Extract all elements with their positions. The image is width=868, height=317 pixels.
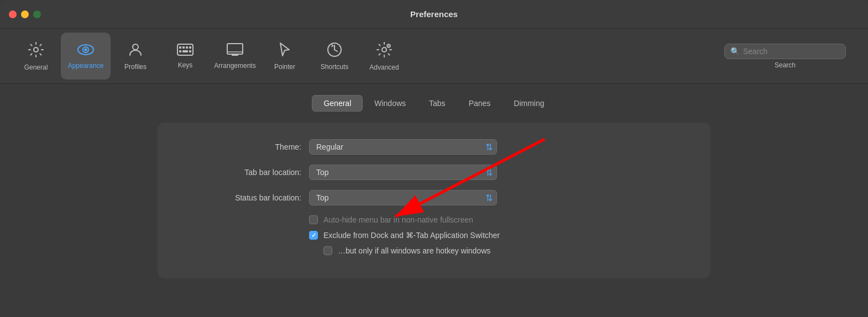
svg-point-3 [85, 48, 87, 51]
hotkey-windows-label: …but only if all windows are hotkey wind… [338, 246, 490, 255]
maximize-button[interactable] [33, 10, 41, 18]
svg-rect-12 [189, 50, 191, 52]
exclude-from-dock-row: Exclude from Dock and ⌘-Tab Application … [191, 231, 677, 240]
auto-hide-menu-label: Auto-hide menu bar in non-native fullscr… [323, 215, 473, 224]
shortcuts-icon [327, 42, 342, 60]
svg-rect-9 [189, 46, 191, 49]
tab-bar-location-row: Tab bar location: Top Bottom Left Right … [191, 165, 677, 180]
toolbar-label-pointer: Pointer [274, 63, 295, 71]
toolbar-item-general[interactable]: General [11, 33, 61, 80]
status-bar-location-select[interactable]: Top Bottom [309, 190, 497, 205]
search-input-wrapper[interactable]: 🔍 [724, 44, 846, 59]
svg-point-17 [382, 47, 386, 52]
tab-bar-location-label: Tab bar location: [191, 168, 301, 177]
auto-hide-menu-checkbox[interactable] [309, 215, 318, 224]
tab-bar-location-select-wrapper: Top Bottom Left Right ⇅ [309, 165, 497, 180]
svg-rect-13 [227, 44, 243, 54]
svg-rect-6 [179, 46, 181, 49]
toolbar-label-general: General [24, 64, 48, 71]
toolbar-item-keys[interactable]: Keys [160, 33, 210, 80]
search-label: Search [775, 61, 796, 69]
eye-icon [77, 43, 95, 59]
svg-rect-5 [177, 44, 193, 55]
theme-row: Theme: Regular Dark Light Minimal Compac… [191, 139, 677, 155]
content-area: General Windows Tabs Panes Dimming Theme… [0, 84, 868, 317]
auto-hide-menu-row: Auto-hide menu bar in non-native fullscr… [191, 215, 677, 224]
toolbar-label-shortcuts: Shortcuts [321, 63, 349, 71]
theme-select[interactable]: Regular Dark Light Minimal Compact [309, 139, 497, 155]
status-bar-location-row: Status bar location: Top Bottom ⇅ [191, 190, 677, 205]
profiles-icon [128, 42, 143, 60]
arrangements-icon [227, 43, 243, 59]
svg-point-4 [133, 44, 138, 50]
toolbar-item-advanced[interactable]: Advanced [359, 33, 409, 80]
tab-tabs[interactable]: Tabs [417, 95, 457, 112]
window-title: Preferences [410, 9, 458, 19]
svg-rect-11 [182, 50, 188, 52]
toolbar-item-arrangements[interactable]: Arrangements [210, 33, 260, 80]
toolbar-item-pointer[interactable]: Pointer [260, 33, 310, 80]
toolbar: General Appearance Profiles [0, 29, 868, 84]
hotkey-windows-checkbox[interactable] [323, 246, 332, 255]
status-bar-location-select-wrapper: Top Bottom ⇅ [309, 190, 497, 205]
theme-select-wrapper: Regular Dark Light Minimal Compact ⇅ [309, 139, 497, 155]
tab-dimming[interactable]: Dimming [502, 95, 556, 112]
svg-rect-15 [232, 54, 238, 56]
settings-panel: Theme: Regular Dark Light Minimal Compac… [158, 123, 710, 278]
pointer-icon [278, 42, 291, 60]
exclude-from-dock-checkbox[interactable] [309, 231, 318, 240]
toolbar-item-appearance[interactable]: Appearance [61, 33, 111, 80]
toolbar-label-advanced: Advanced [369, 64, 399, 71]
tab-panes[interactable]: Panes [457, 95, 503, 112]
window-controls [9, 10, 41, 18]
search-icon: 🔍 [730, 47, 740, 56]
toolbar-label-keys: Keys [178, 61, 193, 69]
status-bar-location-label: Status bar location: [191, 193, 301, 202]
toolbar-label-arrangements: Arrangements [214, 62, 255, 70]
title-bar: Preferences [0, 0, 868, 29]
toolbar-item-profiles[interactable]: Profiles [111, 33, 160, 80]
theme-label: Theme: [191, 142, 301, 151]
svg-rect-8 [186, 46, 188, 49]
gear-icon [28, 41, 44, 60]
toolbar-item-shortcuts[interactable]: Shortcuts [310, 33, 359, 80]
exclude-from-dock-label: Exclude from Dock and ⌘-Tab Application … [323, 231, 500, 240]
tab-bar-location-select[interactable]: Top Bottom Left Right [309, 165, 497, 180]
keys-icon [177, 44, 194, 58]
svg-rect-7 [182, 46, 185, 49]
minimize-button[interactable] [21, 10, 29, 18]
advanced-icon [376, 41, 393, 60]
search-input[interactable] [743, 47, 840, 56]
svg-rect-10 [179, 50, 181, 52]
svg-point-0 [34, 47, 38, 52]
search-box: 🔍 Search [713, 44, 857, 69]
tab-windows[interactable]: Windows [363, 95, 417, 112]
hotkey-windows-row: …but only if all windows are hotkey wind… [191, 246, 677, 255]
tab-general[interactable]: General [312, 95, 363, 112]
toolbar-label-appearance: Appearance [68, 62, 104, 70]
close-button[interactable] [9, 10, 17, 18]
sub-tabs: General Windows Tabs Panes Dimming [312, 95, 556, 112]
toolbar-label-profiles: Profiles [124, 63, 147, 71]
